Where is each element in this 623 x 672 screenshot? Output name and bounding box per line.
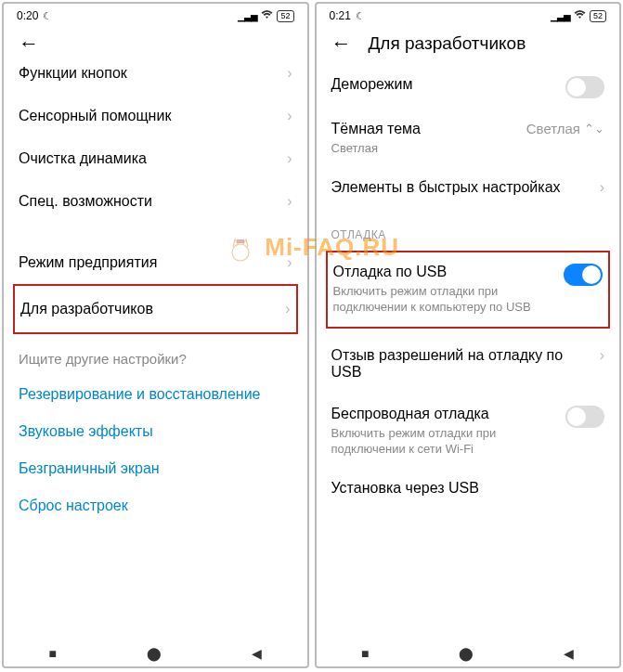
moon-icon: ☾	[356, 10, 365, 22]
highlighted-item: Для разработчиков ›	[13, 284, 298, 334]
wifi-icon	[574, 9, 586, 22]
phone-right: 0:21 ☾ ▁▃▅ 52 ← Для разработчиков Деморе…	[315, 2, 622, 668]
link-fullscreen[interactable]: Безграничный экран	[19, 450, 292, 487]
setting-value: Светлая	[526, 121, 580, 136]
setting-title: Элементы в быстрых настройках	[331, 179, 589, 196]
link-backup[interactable]: Резервирование и восстановление	[19, 376, 292, 413]
battery-icon: 52	[590, 10, 606, 22]
setting-title: Тёмная тема	[331, 121, 515, 137]
item-label: Для разработчиков	[20, 301, 153, 317]
chevron-right-icon: ›	[287, 254, 292, 271]
setting-revoke-usb[interactable]: Отзыв разрешений на отладку по USB ›	[331, 336, 605, 394]
chevron-right-icon: ›	[287, 108, 292, 124]
updown-icon: ⌃⌄	[584, 122, 604, 136]
item-label: Режим предприятия	[19, 254, 157, 271]
nav-home-icon[interactable]: ⬤	[147, 646, 162, 661]
setting-demo-mode[interactable]: Деморежим	[331, 65, 605, 110]
back-button[interactable]: ←	[331, 32, 352, 56]
toggle-wireless-debug[interactable]	[565, 406, 604, 428]
page-title: Для разработчиков	[369, 33, 526, 54]
setting-title: Беспроводная отладка	[331, 406, 555, 422]
highlighted-item: Отладка по USB Включить режим отладки пр…	[326, 251, 611, 329]
nav-home-icon[interactable]: ⬤	[459, 646, 474, 661]
signal-icon: ▁▃▅	[551, 11, 570, 21]
status-bar: 0:21 ☾ ▁▃▅ 52	[317, 4, 620, 24]
list-item[interactable]: Режим предприятия ›	[19, 241, 292, 284]
signal-icon: ▁▃▅	[238, 11, 257, 21]
setting-title: Отладка по USB	[333, 264, 553, 280]
setting-usb-debug[interactable]: Отладка по USB Включить режим отладки пр…	[333, 264, 604, 316]
status-time: 0:21	[330, 9, 351, 22]
setting-dark-theme[interactable]: Тёмная тема Светлая Светлая ⌃⌄	[331, 110, 605, 168]
setting-sub: Включить режим отладки при подключении к…	[333, 283, 553, 316]
item-label: Очистка динамика	[19, 150, 147, 167]
chevron-right-icon: ›	[287, 150, 292, 167]
setting-sub: Светлая	[331, 140, 515, 157]
toggle-demo[interactable]	[565, 76, 604, 98]
search-hint: Ищите другие настройки?	[19, 334, 292, 376]
list-item[interactable]: Функции кнопок ›	[19, 65, 292, 95]
list-item-developers[interactable]: Для разработчиков ›	[20, 286, 291, 332]
list-item[interactable]: Спец. возможности ›	[19, 180, 292, 223]
list-item[interactable]: Сенсорный помощник ›	[19, 95, 292, 137]
item-label: Спец. возможности	[19, 193, 152, 210]
setting-wireless-debug[interactable]: Беспроводная отладка Включить режим отла…	[331, 394, 605, 469]
nav-back-icon[interactable]: ◀	[252, 646, 262, 661]
setting-title: Отзыв разрешений на отладку по USB	[331, 347, 589, 381]
wifi-icon	[261, 9, 273, 22]
nav-recent-icon[interactable]: ■	[49, 646, 57, 661]
phone-left: 0:20 ☾ ▁▃▅ 52 ← Функции кнопок › Сенсорн…	[2, 2, 309, 668]
section-label-debug: ОТЛАДКА	[331, 210, 605, 249]
setting-title: Установка через USB	[331, 480, 594, 497]
nav-back-icon[interactable]: ◀	[564, 646, 574, 661]
setting-usb-install[interactable]: Установка через USB	[331, 469, 605, 499]
nav-bar: ■ ⬤ ◀	[4, 637, 307, 666]
chevron-right-icon: ›	[600, 347, 604, 364]
nav-bar: ■ ⬤ ◀	[317, 637, 620, 666]
link-sound[interactable]: Звуковые эффекты	[19, 413, 292, 450]
status-time: 0:20	[17, 9, 38, 22]
back-button[interactable]: ←	[19, 32, 39, 56]
list-item[interactable]: Очистка динамика ›	[19, 137, 292, 180]
toggle-usb-debug[interactable]	[564, 264, 603, 286]
status-bar: 0:20 ☾ ▁▃▅ 52	[4, 4, 307, 24]
link-reset[interactable]: Сброс настроек	[19, 487, 292, 524]
setting-title: Деморежим	[331, 76, 555, 93]
battery-icon: 52	[277, 10, 293, 22]
chevron-right-icon: ›	[285, 301, 290, 317]
setting-sub: Включить режим отладки при подключении к…	[331, 425, 555, 458]
setting-quick-tiles[interactable]: Элементы в быстрых настройках ›	[331, 168, 605, 210]
item-label: Сенсорный помощник	[19, 108, 171, 124]
item-label: Функции кнопок	[19, 65, 127, 82]
moon-icon: ☾	[43, 10, 52, 22]
chevron-right-icon: ›	[287, 193, 292, 210]
chevron-right-icon: ›	[287, 65, 292, 82]
nav-recent-icon[interactable]: ■	[361, 646, 369, 661]
chevron-right-icon: ›	[600, 179, 604, 196]
